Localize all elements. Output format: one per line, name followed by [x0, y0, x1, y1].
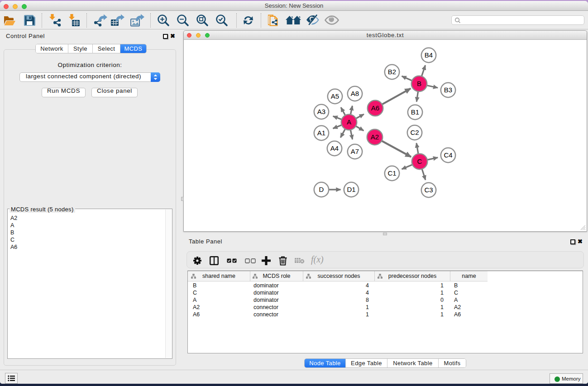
- svg-text:A5: A5: [331, 92, 339, 100]
- svg-text:B: B: [417, 80, 421, 87]
- svg-text:D: D: [319, 186, 324, 193]
- svg-text:B2: B2: [388, 68, 396, 76]
- svg-text:A2: A2: [371, 133, 379, 141]
- svg-text:A: A: [347, 118, 351, 126]
- svg-text:A1: A1: [317, 129, 325, 137]
- svg-text:A3: A3: [317, 108, 325, 115]
- svg-text:C: C: [417, 157, 422, 165]
- svg-text:C3: C3: [424, 186, 433, 194]
- svg-text:A7: A7: [351, 148, 359, 155]
- svg-text:A4: A4: [330, 144, 339, 152]
- svg-text:C4: C4: [444, 151, 452, 159]
- svg-text:D1: D1: [347, 186, 355, 193]
- svg-text:B4: B4: [425, 51, 433, 59]
- svg-text:B1: B1: [411, 108, 419, 116]
- svg-text:B3: B3: [444, 86, 452, 94]
- svg-text:C2: C2: [410, 129, 419, 136]
- svg-text:A8: A8: [351, 90, 359, 97]
- svg-text:C1: C1: [387, 169, 396, 177]
- svg-text:A6: A6: [371, 104, 379, 112]
